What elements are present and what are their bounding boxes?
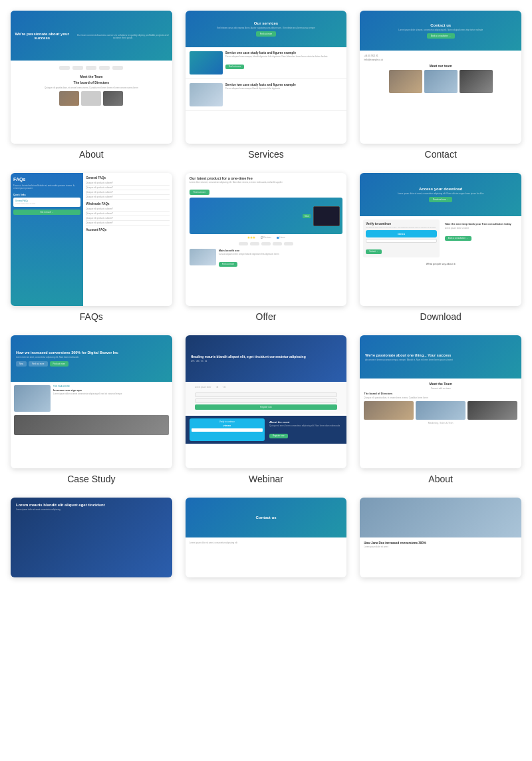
about2-photo-3	[467, 401, 517, 420]
faqs-cta-btn: Get in touch →	[15, 211, 79, 214]
download-input[interactable]	[366, 239, 436, 243]
bottom1-sub: Lorem ipsum dolor sit amet consectetur a…	[16, 508, 167, 511]
card-bottom-3[interactable]: How Jane Doe increased conversions 300% …	[360, 498, 521, 577]
card-casestudy[interactable]: How we increased conversions 300% for Di…	[11, 335, 172, 484]
card-services[interactable]: Our services Sed tristam cursus odio sam…	[186, 11, 347, 160]
offer-btn: Find out more	[190, 190, 210, 195]
casestudy-hero-sub: Lorem dolor sit amet, consectetur adipis…	[16, 356, 78, 359]
bottom3-top-img	[360, 498, 521, 537]
download-next-sub: Lorem ipsum dolor sit amet	[445, 227, 515, 229]
board-title: The board of Directors	[15, 80, 168, 84]
label-contact: Contact	[425, 149, 457, 160]
card-faqs[interactable]: FAQs Fusce ut, lacinia facilisis sollici…	[11, 173, 172, 322]
download-next-btn: Book a consultation →	[445, 236, 471, 241]
webinar-email-input[interactable]	[195, 398, 338, 403]
faqs-item-2: Quisque elit products vulisem?	[86, 186, 169, 190]
about2-photo-2	[416, 401, 466, 420]
thumb-download[interactable]: Access your download Lorem ipsum dolor s…	[360, 173, 521, 306]
faqs-item-1: Quisque elit products vulisem?	[86, 181, 169, 186]
bottom3-title: How Jane Doe increased conversions 300%	[364, 541, 517, 545]
download-verify-sub: We need to verify that you are not a rob…	[366, 227, 436, 229]
thumb-bottom-1[interactable]: Lorem mauris blandit elit aliquot eget t…	[11, 498, 172, 577]
faqs-item-8: Quisque elit products vulisem?	[86, 221, 169, 226]
contact-photo-2	[424, 70, 458, 93]
offer-title: Our latest product for a one-time fee	[190, 176, 343, 180]
team-photo-1	[59, 91, 79, 106]
logo-1	[59, 66, 70, 70]
services-case1-text: Cursus aliquam lorem semper, blandit dig…	[225, 55, 343, 58]
offer-benefit-title: Main benefit one	[219, 249, 343, 252]
faqs-sidebar-text: Fusce ut, lacinia facilisis sollicitudin…	[13, 184, 80, 190]
webinar-vimeo-text: vimeo	[192, 424, 263, 427]
download-verify-title: Verify to continue	[366, 222, 436, 226]
webinar-verify-input[interactable]	[192, 428, 263, 432]
webinar-about-btn[interactable]: Register now	[269, 434, 288, 438]
contact-email: hello@example.co.uk	[364, 59, 517, 61]
thumb-about[interactable]: We're passionate about your success Our …	[11, 11, 172, 144]
about2-meet-team: Meet the Team	[364, 382, 517, 386]
thumb-about2[interactable]: We're passionate about one thing... Your…	[360, 335, 521, 468]
faqs-item-3: Quisque elit products vulisem?	[86, 190, 169, 195]
casestudy-btn-3: Find out more	[50, 361, 69, 367]
thumb-casestudy[interactable]: How we increased conversions 300% for Di…	[11, 335, 172, 468]
services-case1-btn: Find out more	[225, 65, 245, 69]
logo-2	[72, 66, 83, 70]
logo-4	[99, 66, 110, 70]
team-photo-3	[103, 91, 123, 106]
bottom2-title: Contact us	[255, 516, 276, 520]
download-verify-btn: Submit →	[366, 249, 381, 254]
card-download[interactable]: Access your download Lorem ipsum dolor s…	[360, 173, 521, 322]
offer-logo-4	[273, 242, 282, 245]
faqs-quick-links: Quick links	[13, 194, 80, 196]
contact-hero-sub: Lorem ipsum dolor sit amet, consectetur …	[392, 29, 489, 31]
services-case2-text: Cursus aliquam lorem semper blandit dign…	[225, 87, 343, 90]
card-webinar[interactable]: Heading mauris blandit aliquot elit, ege…	[186, 335, 347, 484]
offer-stat-3: 👥 Users	[277, 236, 285, 239]
thumb-webinar[interactable]: Heading mauris blandit aliquot elit, ege…	[186, 335, 347, 468]
faqs-sidebar-title: FAQs	[13, 177, 80, 182]
offer-sub: Lorem dolor sit amet, consectetur adipis…	[190, 181, 343, 184]
offer-stat-2: 💬 Reviews	[261, 236, 271, 239]
offer-logo-3	[261, 242, 271, 245]
webinar-stat-2: · 3k	[215, 386, 219, 388]
card-contact[interactable]: Contact us Lorem ipsum dolor sit amet, c…	[360, 11, 521, 160]
label-casestudy: Case Study	[67, 474, 115, 484]
download-people-label: What people say about it	[360, 261, 521, 267]
download-hero-title: Access your download	[419, 187, 462, 191]
board-text: Quisque elit gravida diam, et ornare lor…	[15, 86, 168, 89]
webinar-name-input[interactable]	[195, 392, 338, 397]
card-offer[interactable]: Our latest product for a one-time fee Lo…	[186, 173, 347, 322]
thumb-faqs[interactable]: FAQs Fusce ut, lacinia facilisis sollici…	[11, 173, 172, 306]
download-next-title: Take the next step book your free consul…	[445, 222, 515, 226]
about2-section-sub: Connect with our team	[364, 387, 517, 390]
card-bottom-2[interactable]: Contact us Lorem ipsum dolor sit amet, c…	[186, 498, 347, 577]
offer-benefit-sub: Cursus aliquam lorem semper blandit dign…	[219, 253, 343, 255]
services-btn: Find out more	[256, 31, 277, 37]
offer-logo-2	[250, 242, 259, 245]
card-about2[interactable]: We're passionate about one thing... Your…	[360, 335, 521, 484]
faqs-section-1: General FAQs	[86, 176, 169, 180]
casestudy-bottom-img	[14, 415, 169, 435]
label-services: Services	[248, 149, 284, 160]
about2-photo-1	[364, 401, 414, 420]
thumb-bottom-2[interactable]: Contact us Lorem ipsum dolor sit amet, c…	[186, 498, 347, 577]
webinar-verify-label: Verify to continue	[192, 420, 263, 423]
meet-team: Meet the Team	[15, 75, 168, 78]
about2-board-title: The board of Directors	[364, 392, 517, 395]
contact-hero-title: Contact us	[430, 23, 451, 27]
casestudy-challenge-title: Increase new sign-ups	[53, 388, 169, 392]
webinar-register-btn[interactable]: Register now	[195, 404, 338, 410]
offer-hero-tag: New	[303, 214, 311, 218]
thumb-offer[interactable]: Our latest product for a one-time fee Lo…	[186, 173, 347, 306]
card-bottom-1[interactable]: Lorem mauris blandit elit aliquot eget t…	[11, 498, 172, 577]
thumb-bottom-3[interactable]: How Jane Doe increased conversions 300% …	[360, 498, 521, 577]
thumb-contact[interactable]: Contact us Lorem ipsum dolor sit amet, c…	[360, 11, 521, 144]
faqs-item-5: Quisque elit products vulisem?	[86, 207, 169, 212]
thumb-services[interactable]: Our services Sed tristam cursus odio sam…	[186, 11, 347, 144]
card-about[interactable]: We're passionate about your success Our …	[11, 11, 172, 160]
about2-hero-sub: An ornare et lorem accumsan tempus sempe…	[365, 359, 452, 361]
casestudy-hero-title: How we increased conversions 300% for Di…	[16, 351, 118, 355]
offer-benefit-btn: Find out more	[219, 262, 238, 267]
faqs-section-2: Wholesale FAQs	[86, 202, 169, 206]
services-case1-title: Service one case study facts and figures…	[225, 51, 343, 55]
